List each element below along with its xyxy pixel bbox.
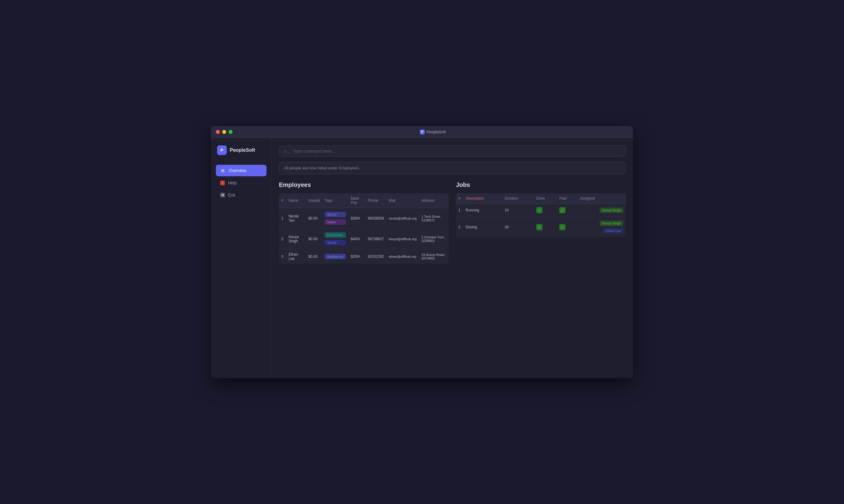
paid-check-icon: ✓ bbox=[559, 207, 565, 213]
cell-done: ✓ bbox=[534, 204, 557, 217]
job-row: 1 Running 1h ✓ ✓ Kavya Singh bbox=[456, 204, 626, 217]
cell-done: ✓ bbox=[534, 217, 557, 237]
col-num: # bbox=[279, 193, 286, 208]
cell-name: Kavya Singh bbox=[286, 229, 306, 249]
cell-paid: ✓ bbox=[557, 217, 578, 237]
col-address: Address bbox=[419, 193, 449, 208]
cell-num: 1 bbox=[279, 208, 286, 229]
cell-assigned: Kavya Singh bbox=[578, 204, 626, 217]
jobs-title: Jobs bbox=[456, 181, 626, 188]
cell-phone: 91031282 bbox=[365, 249, 386, 264]
col-name: Name bbox=[286, 193, 306, 208]
command-input[interactable] bbox=[293, 149, 621, 154]
cell-tags: ElectricianSenior bbox=[322, 229, 348, 249]
tag-badge: Aircon bbox=[325, 212, 346, 217]
logo-text: PeopleSoft bbox=[230, 147, 255, 153]
sidebar-item-help-label: Help bbox=[228, 181, 237, 185]
col-mail: Mail bbox=[386, 193, 419, 208]
sidebar-item-exit[interactable]: ✕ Exit bbox=[216, 190, 266, 200]
exit-icon: ✕ bbox=[220, 193, 225, 197]
sidebar: P PeopleSoft ⊞ Overview ! Help ✕ Exit bbox=[211, 138, 272, 378]
cell-name: Nicole Tan bbox=[286, 208, 306, 229]
cell-unpaid: $0.00 bbox=[306, 229, 322, 249]
cell-assigned: Kavya SinghEthan Lee bbox=[578, 217, 626, 237]
jobs-header-row: # Description Duration Done Paid Assigne… bbox=[456, 193, 626, 204]
window-controls bbox=[216, 130, 232, 134]
cell-num: 3 bbox=[279, 249, 286, 264]
employees-title: Employees bbox=[279, 181, 449, 188]
cell-phone: 99338558 bbox=[365, 208, 386, 229]
cell-basepay: $20/h bbox=[348, 249, 365, 264]
sidebar-item-overview[interactable]: ⊞ Overview bbox=[216, 165, 266, 176]
cell-job-num: 2 bbox=[456, 217, 463, 237]
info-banner: All people are now listed under Employee… bbox=[279, 162, 626, 174]
col-description: Description bbox=[463, 193, 502, 204]
app-title-text: PeopleSoft bbox=[427, 130, 446, 134]
col-basepay: Base Pay bbox=[348, 193, 365, 208]
cell-address: 2 Orchard Turn, S238801 bbox=[419, 229, 449, 249]
sidebar-item-overview-label: Overview bbox=[228, 168, 246, 173]
col-duration: Duration bbox=[502, 193, 534, 204]
col-job-num: # bbox=[456, 193, 463, 204]
cell-mail: nicole@stffhub.org bbox=[386, 208, 419, 229]
paid-check-icon: ✓ bbox=[559, 224, 565, 230]
employees-panel: Employees # Name Unpaid Tags Base Pay Ph… bbox=[279, 181, 449, 264]
col-assigned: Assigned bbox=[578, 193, 626, 204]
panels: Employees # Name Unpaid Tags Base Pay Ph… bbox=[279, 181, 626, 264]
col-tags: Tags bbox=[322, 193, 348, 208]
col-phone: Phone bbox=[365, 193, 386, 208]
cell-basepay: $40/h bbox=[348, 229, 365, 249]
cell-basepay: $30/h bbox=[348, 208, 365, 229]
cell-paid: ✓ bbox=[557, 204, 578, 217]
app-window: P PeopleSoft P PeopleSoft ⊞ Overview ! H… bbox=[211, 126, 633, 378]
sidebar-nav: ⊞ Overview ! Help ✕ Exit bbox=[216, 165, 266, 200]
cell-mail: ethan@stffhub.org bbox=[386, 249, 419, 264]
cell-name: Ethan Lee bbox=[286, 249, 306, 264]
maximize-button[interactable] bbox=[228, 130, 232, 134]
cell-phone: 96736637 bbox=[365, 229, 386, 249]
command-bar[interactable]: ▷_ bbox=[279, 145, 626, 157]
cell-tags: AirconIntern bbox=[322, 208, 348, 229]
cell-unpaid: $0.00 bbox=[306, 208, 322, 229]
main-layout: P PeopleSoft ⊞ Overview ! Help ✕ Exit bbox=[211, 138, 633, 378]
tag-badge: Electrician bbox=[325, 232, 346, 238]
employees-table: # Name Unpaid Tags Base Pay Phone Mail A… bbox=[279, 193, 449, 264]
employee-row: 2 Kavya Singh $0.00 ElectricianSenior $4… bbox=[279, 229, 449, 249]
close-button[interactable] bbox=[216, 130, 220, 134]
cell-description: Running bbox=[463, 204, 502, 217]
sidebar-item-exit-label: Exit bbox=[228, 193, 235, 197]
cell-duration: 1h bbox=[502, 204, 534, 217]
cell-num: 2 bbox=[279, 229, 286, 249]
employee-row: 1 Nicole Tan $0.00 AirconIntern $30/h 99… bbox=[279, 208, 449, 229]
cell-address: 10 Anson Road, S079903 bbox=[419, 249, 449, 264]
jobs-table: # Description Duration Done Paid Assigne… bbox=[456, 193, 626, 237]
col-unpaid: Unpaid bbox=[306, 193, 322, 208]
tag-badge: Senior bbox=[325, 240, 346, 245]
title-bar: P PeopleSoft bbox=[211, 126, 633, 138]
command-prompt-icon: ▷_ bbox=[284, 149, 290, 154]
tag-badge: Appliances bbox=[325, 254, 346, 259]
jobs-panel: Jobs # Description Duration Done Paid As… bbox=[456, 181, 626, 264]
employee-row: 3 Ethan Lee $0.00 Appliances $20/h 91031… bbox=[279, 249, 449, 264]
col-done: Done bbox=[534, 193, 557, 204]
job-row: 2 Driving 3h ✓ ✓ Kavya SinghEthan Lee bbox=[456, 217, 626, 237]
cell-duration: 3h bbox=[502, 217, 534, 237]
tag-badge: Intern bbox=[325, 219, 346, 225]
cell-tags: Appliances bbox=[322, 249, 348, 264]
assigned-badge: Ethan Lee bbox=[603, 228, 623, 234]
employees-header-row: # Name Unpaid Tags Base Pay Phone Mail A… bbox=[279, 193, 449, 208]
sidebar-logo: P PeopleSoft bbox=[216, 145, 266, 155]
cell-unpaid: $0.00 bbox=[306, 249, 322, 264]
info-banner-text: All people are now listed under Employee… bbox=[284, 166, 360, 170]
overview-icon: ⊞ bbox=[220, 168, 226, 173]
assigned-badge: Kavya Singh bbox=[600, 220, 623, 226]
app-title-icon: P bbox=[420, 130, 425, 134]
cell-address: 1 Tech Drive, S138572 bbox=[419, 208, 449, 229]
cell-mail: kavya@stffhub.org bbox=[386, 229, 419, 249]
help-icon: ! bbox=[220, 181, 225, 185]
cell-job-num: 1 bbox=[456, 204, 463, 217]
title-bar-title: P PeopleSoft bbox=[237, 130, 628, 134]
minimize-button[interactable] bbox=[222, 130, 226, 134]
cell-description: Driving bbox=[463, 217, 502, 237]
sidebar-item-help[interactable]: ! Help bbox=[216, 178, 266, 188]
